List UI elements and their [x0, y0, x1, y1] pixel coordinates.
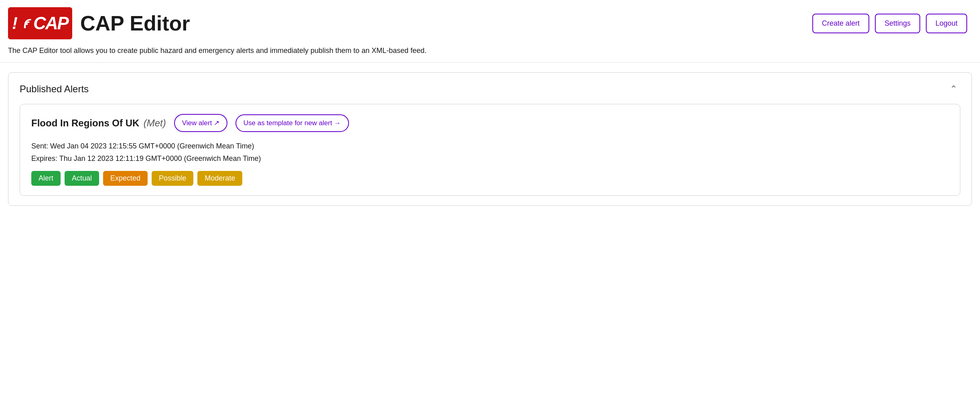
- create-alert-button[interactable]: Create alert: [812, 14, 869, 33]
- alert-title-text: Flood In Regions Of UK (Met): [31, 118, 166, 129]
- exclaim-icon: !: [12, 14, 17, 33]
- main-content: Published Alerts ⌃ Flood In Regions Of U…: [0, 63, 980, 215]
- logo-icon: ! CAP: [12, 13, 68, 33]
- header-buttons: Create alert Settings Logout: [812, 14, 967, 33]
- app-subtitle: The CAP Editor tool allows you to create…: [0, 43, 980, 63]
- alert-meta: Sent: Wed Jan 04 2023 12:15:55 GMT+0000 …: [31, 140, 949, 164]
- alert-sent: Sent: Wed Jan 04 2023 12:15:55 GMT+0000 …: [31, 140, 949, 152]
- settings-button[interactable]: Settings: [875, 14, 920, 33]
- section-header: Published Alerts ⌃: [20, 82, 960, 96]
- svg-point-0: [24, 26, 26, 28]
- logout-button[interactable]: Logout: [926, 14, 967, 33]
- view-alert-button[interactable]: View alert ↗: [174, 114, 227, 132]
- wifi-icon: [18, 15, 32, 30]
- alert-expires: Expires: Thu Jan 12 2023 12:11:19 GMT+00…: [31, 152, 949, 165]
- header-left: ! CAP CAP Editor: [8, 7, 190, 39]
- alert-card: Flood In Regions Of UK (Met) View alert …: [20, 104, 960, 196]
- logo: ! CAP: [8, 7, 72, 39]
- badge-alert: Alert: [31, 171, 61, 186]
- badge-row: AlertActualExpectedPossibleModerate: [31, 171, 949, 186]
- logo-text: CAP: [33, 13, 68, 33]
- badge-possible: Possible: [152, 171, 193, 186]
- app-header: ! CAP CAP Editor Create alert Settings L…: [0, 0, 980, 43]
- app-title: CAP Editor: [80, 11, 190, 35]
- alert-title: Flood In Regions Of UK: [31, 118, 139, 128]
- alert-card-header: Flood In Regions Of UK (Met) View alert …: [31, 114, 949, 132]
- collapse-button[interactable]: ⌃: [947, 82, 960, 96]
- published-alerts-section: Published Alerts ⌃ Flood In Regions Of U…: [8, 72, 972, 206]
- badge-expected: Expected: [103, 171, 148, 186]
- badge-actual: Actual: [65, 171, 99, 186]
- use-as-template-button[interactable]: Use as template for new alert →: [235, 114, 349, 132]
- alert-title-meta: (Met): [144, 118, 166, 128]
- section-title: Published Alerts: [20, 83, 89, 95]
- badge-moderate: Moderate: [197, 171, 242, 186]
